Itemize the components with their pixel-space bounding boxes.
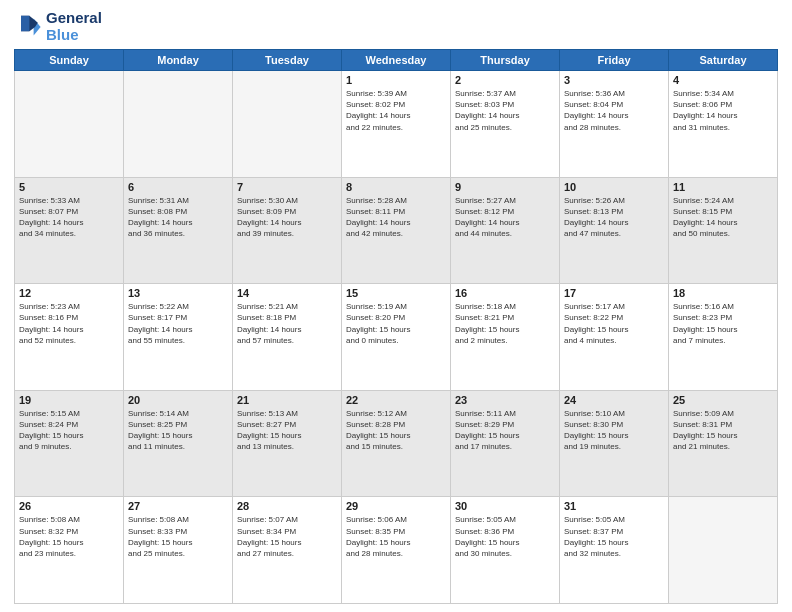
day-number: 8 [346,181,446,193]
day-info: Sunrise: 5:12 AM Sunset: 8:28 PM Dayligh… [346,408,446,453]
week-row-1: 5Sunrise: 5:33 AM Sunset: 8:07 PM Daylig… [15,177,778,284]
week-row-2: 12Sunrise: 5:23 AM Sunset: 8:16 PM Dayli… [15,284,778,391]
day-cell: 5Sunrise: 5:33 AM Sunset: 8:07 PM Daylig… [15,177,124,284]
day-header-sunday: Sunday [15,50,124,71]
day-info: Sunrise: 5:23 AM Sunset: 8:16 PM Dayligh… [19,301,119,346]
day-cell: 26Sunrise: 5:08 AM Sunset: 8:32 PM Dayli… [15,497,124,604]
day-number: 7 [237,181,337,193]
day-info: Sunrise: 5:31 AM Sunset: 8:08 PM Dayligh… [128,195,228,240]
week-row-3: 19Sunrise: 5:15 AM Sunset: 8:24 PM Dayli… [15,390,778,497]
day-cell [124,71,233,178]
day-number: 21 [237,394,337,406]
day-number: 16 [455,287,555,299]
day-number: 27 [128,500,228,512]
day-cell: 13Sunrise: 5:22 AM Sunset: 8:17 PM Dayli… [124,284,233,391]
day-header-friday: Friday [560,50,669,71]
day-info: Sunrise: 5:09 AM Sunset: 8:31 PM Dayligh… [673,408,773,453]
day-info: Sunrise: 5:27 AM Sunset: 8:12 PM Dayligh… [455,195,555,240]
day-cell: 6Sunrise: 5:31 AM Sunset: 8:08 PM Daylig… [124,177,233,284]
week-row-0: 1Sunrise: 5:39 AM Sunset: 8:02 PM Daylig… [15,71,778,178]
day-number: 11 [673,181,773,193]
logo-icon [14,13,42,41]
day-info: Sunrise: 5:14 AM Sunset: 8:25 PM Dayligh… [128,408,228,453]
day-cell: 16Sunrise: 5:18 AM Sunset: 8:21 PM Dayli… [451,284,560,391]
day-number: 14 [237,287,337,299]
day-number: 31 [564,500,664,512]
day-info: Sunrise: 5:37 AM Sunset: 8:03 PM Dayligh… [455,88,555,133]
day-number: 4 [673,74,773,86]
day-header-wednesday: Wednesday [342,50,451,71]
day-cell: 27Sunrise: 5:08 AM Sunset: 8:33 PM Dayli… [124,497,233,604]
day-cell: 4Sunrise: 5:34 AM Sunset: 8:06 PM Daylig… [669,71,778,178]
day-headers: SundayMondayTuesdayWednesdayThursdayFrid… [15,50,778,71]
day-cell: 20Sunrise: 5:14 AM Sunset: 8:25 PM Dayli… [124,390,233,497]
day-number: 19 [19,394,119,406]
day-info: Sunrise: 5:30 AM Sunset: 8:09 PM Dayligh… [237,195,337,240]
day-info: Sunrise: 5:24 AM Sunset: 8:15 PM Dayligh… [673,195,773,240]
day-header-thursday: Thursday [451,50,560,71]
day-info: Sunrise: 5:18 AM Sunset: 8:21 PM Dayligh… [455,301,555,346]
day-number: 15 [346,287,446,299]
day-info: Sunrise: 5:15 AM Sunset: 8:24 PM Dayligh… [19,408,119,453]
day-number: 3 [564,74,664,86]
day-number: 23 [455,394,555,406]
day-cell [669,497,778,604]
day-info: Sunrise: 5:28 AM Sunset: 8:11 PM Dayligh… [346,195,446,240]
day-number: 10 [564,181,664,193]
day-cell: 11Sunrise: 5:24 AM Sunset: 8:15 PM Dayli… [669,177,778,284]
day-cell: 23Sunrise: 5:11 AM Sunset: 8:29 PM Dayli… [451,390,560,497]
day-number: 30 [455,500,555,512]
day-info: Sunrise: 5:36 AM Sunset: 8:04 PM Dayligh… [564,88,664,133]
header: General Blue [14,10,778,43]
day-info: Sunrise: 5:16 AM Sunset: 8:23 PM Dayligh… [673,301,773,346]
day-number: 25 [673,394,773,406]
day-cell: 24Sunrise: 5:10 AM Sunset: 8:30 PM Dayli… [560,390,669,497]
day-number: 6 [128,181,228,193]
day-info: Sunrise: 5:06 AM Sunset: 8:35 PM Dayligh… [346,514,446,559]
day-info: Sunrise: 5:07 AM Sunset: 8:34 PM Dayligh… [237,514,337,559]
day-cell: 21Sunrise: 5:13 AM Sunset: 8:27 PM Dayli… [233,390,342,497]
day-number: 17 [564,287,664,299]
day-cell: 7Sunrise: 5:30 AM Sunset: 8:09 PM Daylig… [233,177,342,284]
day-info: Sunrise: 5:17 AM Sunset: 8:22 PM Dayligh… [564,301,664,346]
week-row-4: 26Sunrise: 5:08 AM Sunset: 8:32 PM Dayli… [15,497,778,604]
day-cell: 2Sunrise: 5:37 AM Sunset: 8:03 PM Daylig… [451,71,560,178]
day-info: Sunrise: 5:11 AM Sunset: 8:29 PM Dayligh… [455,408,555,453]
day-cell: 3Sunrise: 5:36 AM Sunset: 8:04 PM Daylig… [560,71,669,178]
calendar: SundayMondayTuesdayWednesdayThursdayFrid… [14,49,778,604]
day-info: Sunrise: 5:05 AM Sunset: 8:36 PM Dayligh… [455,514,555,559]
page: General Blue SundayMondayTuesdayWednesda… [0,0,792,612]
day-info: Sunrise: 5:21 AM Sunset: 8:18 PM Dayligh… [237,301,337,346]
day-cell: 30Sunrise: 5:05 AM Sunset: 8:36 PM Dayli… [451,497,560,604]
day-number: 2 [455,74,555,86]
day-cell: 19Sunrise: 5:15 AM Sunset: 8:24 PM Dayli… [15,390,124,497]
day-cell [15,71,124,178]
day-cell: 8Sunrise: 5:28 AM Sunset: 8:11 PM Daylig… [342,177,451,284]
day-cell: 14Sunrise: 5:21 AM Sunset: 8:18 PM Dayli… [233,284,342,391]
day-number: 29 [346,500,446,512]
day-number: 22 [346,394,446,406]
day-cell: 10Sunrise: 5:26 AM Sunset: 8:13 PM Dayli… [560,177,669,284]
day-info: Sunrise: 5:34 AM Sunset: 8:06 PM Dayligh… [673,88,773,133]
day-cell: 18Sunrise: 5:16 AM Sunset: 8:23 PM Dayli… [669,284,778,391]
day-cell: 17Sunrise: 5:17 AM Sunset: 8:22 PM Dayli… [560,284,669,391]
day-info: Sunrise: 5:13 AM Sunset: 8:27 PM Dayligh… [237,408,337,453]
day-cell [233,71,342,178]
day-cell: 28Sunrise: 5:07 AM Sunset: 8:34 PM Dayli… [233,497,342,604]
day-info: Sunrise: 5:22 AM Sunset: 8:17 PM Dayligh… [128,301,228,346]
svg-marker-2 [21,15,29,30]
day-number: 9 [455,181,555,193]
day-number: 28 [237,500,337,512]
day-cell: 15Sunrise: 5:19 AM Sunset: 8:20 PM Dayli… [342,284,451,391]
day-info: Sunrise: 5:19 AM Sunset: 8:20 PM Dayligh… [346,301,446,346]
day-cell: 22Sunrise: 5:12 AM Sunset: 8:28 PM Dayli… [342,390,451,497]
day-number: 12 [19,287,119,299]
day-cell: 12Sunrise: 5:23 AM Sunset: 8:16 PM Dayli… [15,284,124,391]
day-number: 13 [128,287,228,299]
day-header-monday: Monday [124,50,233,71]
day-info: Sunrise: 5:33 AM Sunset: 8:07 PM Dayligh… [19,195,119,240]
day-number: 24 [564,394,664,406]
day-number: 20 [128,394,228,406]
day-info: Sunrise: 5:10 AM Sunset: 8:30 PM Dayligh… [564,408,664,453]
day-header-saturday: Saturday [669,50,778,71]
